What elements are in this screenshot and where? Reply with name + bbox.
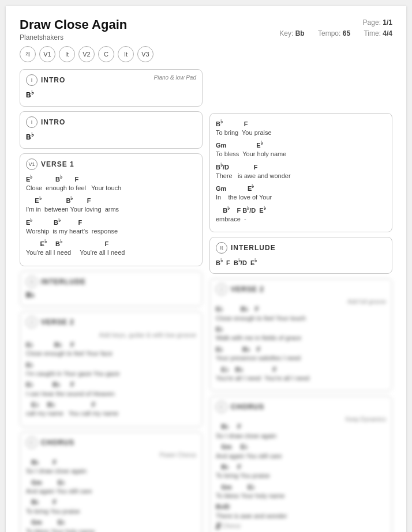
col-right: B♭ F To bring You praise Gm E♭ To bless … bbox=[209, 69, 392, 532]
chorus-left-badge: C bbox=[26, 437, 38, 448]
meta-info: Page: 1/1 Key: Bb Tempo: 65 Time: 4/4 bbox=[268, 17, 392, 39]
verse1-line3: E♭ B♭ F Worship is my heart's response bbox=[26, 217, 196, 236]
right-line4: Gm E♭ In the love of Your bbox=[216, 183, 386, 202]
nav-badge-it1[interactable]: It bbox=[59, 46, 75, 62]
chorus-right-label: CHORUS bbox=[231, 403, 264, 411]
right-line3: B♭/D F There is awe and wonder bbox=[216, 161, 386, 180]
nav-badge-c[interactable]: C bbox=[98, 46, 114, 62]
intro2-box: I INTRO B♭ bbox=[20, 111, 203, 149]
verse2-left-header: 2 VERSE 2 bbox=[26, 316, 196, 328]
song-artist: Planetshakers bbox=[20, 33, 127, 41]
header: Draw Close Again Planetshakers Page: 1/1… bbox=[20, 17, 392, 41]
verse1-line4: E♭ B♭ F You're all I need You're all I n… bbox=[26, 238, 196, 257]
chorus-right-note: Keep Dynamics bbox=[216, 416, 386, 422]
interlude-right-label: INTERLUDE bbox=[231, 244, 276, 252]
verse2-right-label: VERSE 2 bbox=[231, 285, 264, 293]
intro1-badge: I bbox=[26, 74, 38, 86]
interlude-left-label: INTERLUDE bbox=[41, 278, 86, 286]
intro1-chord: B♭ bbox=[26, 89, 196, 99]
chorus-left-header: C CHORUS bbox=[26, 437, 196, 448]
interlude-right-chords: B♭ F B♭/D E♭ bbox=[216, 257, 386, 267]
right-line2: Gm E♭ To bless Your holy name bbox=[216, 139, 386, 159]
verse1-box: V1 VERSE 1 E♭ B♭ F Close enough to feel … bbox=[20, 153, 203, 266]
right-line1: B♭ F To bring You praise bbox=[216, 118, 386, 137]
interlude-left-header: It INTERLUDE bbox=[26, 276, 196, 288]
verse1-chord3: E♭ B♭ F bbox=[26, 217, 196, 227]
verse1-label: VERSE 1 bbox=[41, 160, 74, 168]
key-label: Key: Bb bbox=[274, 29, 304, 37]
song-title: Draw Close Again bbox=[20, 17, 127, 32]
verse1-lyric4: You're all I need You're all I need bbox=[26, 248, 196, 257]
verse2-right-note: Add full groove bbox=[216, 299, 386, 305]
verse1-chord1: E♭ B♭ F bbox=[26, 173, 196, 184]
interlude-right-badge: It bbox=[216, 242, 227, 254]
chorus-left-note: Power Chorus bbox=[26, 452, 196, 458]
main-columns: I INTRO Piano & low Pad B♭ I INTRO B♭ V1… bbox=[20, 69, 392, 532]
intro2-label: INTRO bbox=[41, 118, 65, 126]
page: Draw Close Again Planetshakers Page: 1/1… bbox=[6, 6, 406, 532]
nav-badge-it2[interactable]: It bbox=[118, 46, 134, 62]
intro1-box: I INTRO Piano & low Pad B♭ bbox=[20, 69, 203, 107]
verse1-lyric3: Worship is my heart's response bbox=[26, 227, 196, 236]
verse1-header: V1 VERSE 1 bbox=[26, 159, 196, 170]
verse2-left-badge: 2 bbox=[26, 316, 38, 328]
interlude-right-header: It INTERLUDE bbox=[216, 242, 386, 254]
interlude-left-badge: It bbox=[26, 276, 38, 288]
interlude-left-box: It INTERLUDE B♭ bbox=[20, 271, 203, 307]
col-left: I INTRO Piano & low Pad B♭ I INTRO B♭ V1… bbox=[20, 69, 203, 532]
verse2-left-lines: E♭ B♭ F Close enough to feel Your face E… bbox=[26, 341, 196, 418]
intro1-label: INTRO bbox=[41, 76, 65, 84]
verse1-lyric1: Close enough to feel Your touch bbox=[26, 184, 196, 193]
chorus-right-header: C CHORUS bbox=[216, 401, 386, 413]
nav-badge-v3[interactable]: V3 bbox=[137, 46, 153, 62]
nav-badge-v1[interactable]: V1 bbox=[39, 46, 55, 62]
verse1-chord4: E♭ B♭ F bbox=[26, 238, 196, 248]
nav-row: 2I V1 It V2 C It V3 bbox=[20, 46, 392, 62]
intro1-note: Piano & low Pad bbox=[154, 74, 196, 81]
interlude-right-box: It INTERLUDE B♭ F B♭/D E♭ bbox=[209, 237, 392, 274]
verse1-chord2: E♭ B♭ F bbox=[26, 195, 196, 205]
title-block: Draw Close Again Planetshakers bbox=[20, 17, 127, 41]
verse2-right-header: 2 VERSE 2 bbox=[216, 284, 386, 295]
chorus-right-badge: C bbox=[216, 401, 227, 413]
verse1-lyric2: I'm in between Your loving arms bbox=[26, 205, 196, 214]
verse2-right-box: 2 VERSE 2 Add full groove E♭ B♭ F Close … bbox=[209, 278, 392, 391]
chorus-left-lines: B♭ F So I draw close again Gm E♭ And aga… bbox=[26, 458, 196, 532]
verse1-badge: V1 bbox=[26, 159, 38, 170]
chorus-left-label: CHORUS bbox=[41, 439, 74, 447]
chorus-left-box: C CHORUS Power Chorus B♭ F So I draw clo… bbox=[20, 432, 203, 532]
interlude-left-chord: B♭ bbox=[26, 291, 196, 299]
nav-badge-v2[interactable]: V2 bbox=[78, 46, 95, 62]
verse2-left-label: VERSE 2 bbox=[41, 318, 74, 326]
verse2-left-note: Add keys, guitar & with low groove bbox=[26, 331, 196, 338]
page-label: Page: 1/1 bbox=[357, 18, 392, 27]
verse2-left-box: 2 VERSE 2 Add keys, guitar & with low gr… bbox=[20, 311, 203, 427]
tempo-label: Tempo: 65 bbox=[312, 29, 350, 37]
chorus-content-box: B♭ F To bring You praise Gm E♭ To bless … bbox=[209, 113, 392, 232]
verse2-right-badge: 2 bbox=[216, 284, 227, 295]
intro2-badge: I bbox=[26, 116, 38, 128]
verse1-line2: E♭ B♭ F I'm in between Your loving arms bbox=[26, 195, 196, 214]
verse1-line1: E♭ B♭ F Close enough to feel Your touch bbox=[26, 173, 196, 193]
chorus-right-box: C CHORUS Keep Dynamics B♭ F So I draw cl… bbox=[209, 396, 392, 532]
right-line5: B♭ F B♭/D E♭ embrace - bbox=[216, 205, 386, 224]
nav-badge-i2[interactable]: 2I bbox=[20, 46, 36, 62]
intro2-chord: B♭ bbox=[26, 131, 196, 141]
intro2-header: I INTRO bbox=[26, 116, 196, 128]
time-label: Time: 4/4 bbox=[358, 29, 392, 37]
